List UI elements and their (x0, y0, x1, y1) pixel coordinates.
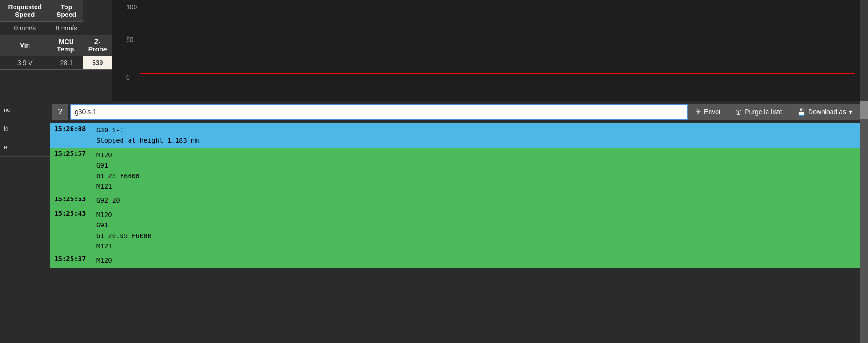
requested-speed-value: 0 mm/s (0, 22, 50, 35)
data-table: Requested Speed Top Speed 0 mm/s 0 mm/s … (0, 0, 112, 70)
table-row: 15:25:57M120G91G1 Z5 F6000M121 (50, 148, 860, 194)
log-timestamp: 15:25:57 (54, 150, 96, 157)
sidebar-item-ne[interactable]: ne (0, 101, 50, 119)
sidebar: ne le e (0, 101, 50, 343)
top-section: Requested Speed Top Speed 0 mm/s 0 mm/s … (0, 0, 868, 101)
log-content: M120G91G1 Z0.05 F6000M121 (96, 210, 856, 252)
trash-icon: 🗑 (735, 108, 742, 116)
log-timestamp: 15:26:08 (54, 125, 96, 132)
log-line: G1 Z0.05 F6000 (96, 231, 856, 241)
log-timestamp: 15:25:53 (54, 195, 96, 203)
chevron-down-icon: ▾ (849, 108, 852, 116)
send-icon: ✈ (696, 108, 701, 116)
top-speed-value: 0 mm/s (50, 22, 83, 35)
header-mcu-temp: MCU Temp. (50, 35, 83, 56)
log-line: M120 (96, 255, 856, 265)
header-requested-speed: Requested Speed (0, 0, 50, 22)
chart-area: 100 50 0 (112, 0, 860, 101)
top-scrollbar[interactable] (860, 0, 868, 101)
header-vin: Vin (0, 35, 50, 56)
log-line: G92 Z0 (96, 195, 856, 205)
scrollbar-thumb[interactable] (860, 101, 868, 119)
header-z-probe: Z-Probe (83, 35, 112, 56)
sidebar-item-le[interactable]: le (0, 119, 50, 138)
log-line: Stopped at height 1.183 mm (96, 135, 856, 146)
purge-label: Purge la liste (745, 108, 782, 116)
log-line: G1 Z5 F6000 (96, 171, 856, 181)
table-row: 15:25:53G92 Z0 (50, 193, 860, 207)
right-scrollbar[interactable] (860, 101, 868, 343)
svg-text:100: 100 (126, 3, 137, 11)
vin-value: 3.9 V (0, 56, 50, 70)
mcu-temp-value: 28.1 (50, 56, 83, 70)
log-line: M121 (96, 181, 856, 191)
log-content: M120 (96, 255, 856, 265)
z-probe-value: 539 (83, 56, 112, 70)
log-line: M121 (96, 241, 856, 251)
download-button[interactable]: 💾 Download as ▾ (790, 104, 860, 120)
header-top-speed: Top Speed (50, 0, 83, 22)
table-row: 15:26:08G30 S-1Stopped at height 1.183 m… (50, 123, 860, 148)
log-line: G91 (96, 160, 856, 170)
left-panel: Requested Speed Top Speed 0 mm/s 0 mm/s … (0, 0, 112, 101)
command-bar: ? ✈ Envoi 🗑 Purge la liste 💾 Download as… (50, 101, 860, 123)
main-content: ne le e ? ✈ Envoi 🗑 Purge la liste 💾 Dow… (0, 101, 868, 343)
svg-text:0: 0 (126, 73, 130, 81)
svg-text:50: 50 (126, 36, 134, 44)
download-icon: 💾 (797, 108, 805, 116)
log-line: M120 (96, 150, 856, 160)
command-input[interactable] (70, 104, 688, 120)
purge-button[interactable]: 🗑 Purge la liste (728, 104, 790, 120)
log-timestamp: 15:25:43 (54, 210, 96, 217)
sidebar-item-e[interactable]: e (0, 138, 50, 157)
log-content: G30 S-1Stopped at height 1.183 mm (96, 125, 856, 146)
envoi-label: Envoi (704, 108, 720, 116)
log-content: M120G91G1 Z5 F6000M121 (96, 150, 856, 192)
envoi-button[interactable]: ✈ Envoi (688, 104, 728, 120)
console-log: 15:26:08G30 S-1Stopped at height 1.183 m… (50, 123, 860, 343)
log-line: G30 S-1 (96, 125, 856, 135)
log-timestamp: 15:25:37 (54, 255, 96, 263)
log-content: G92 Z0 (96, 195, 856, 205)
log-line: M120 (96, 210, 856, 220)
download-label: Download as (808, 108, 846, 116)
chart-svg: 100 50 0 (112, 0, 860, 101)
table-row: 15:25:43M120G91G1 Z0.05 F6000M121 (50, 208, 860, 254)
log-line: G91 (96, 220, 856, 230)
help-button[interactable]: ? (52, 104, 68, 120)
table-row: 15:25:37M120 (50, 253, 860, 267)
content-area: ? ✈ Envoi 🗑 Purge la liste 💾 Download as… (50, 101, 860, 343)
